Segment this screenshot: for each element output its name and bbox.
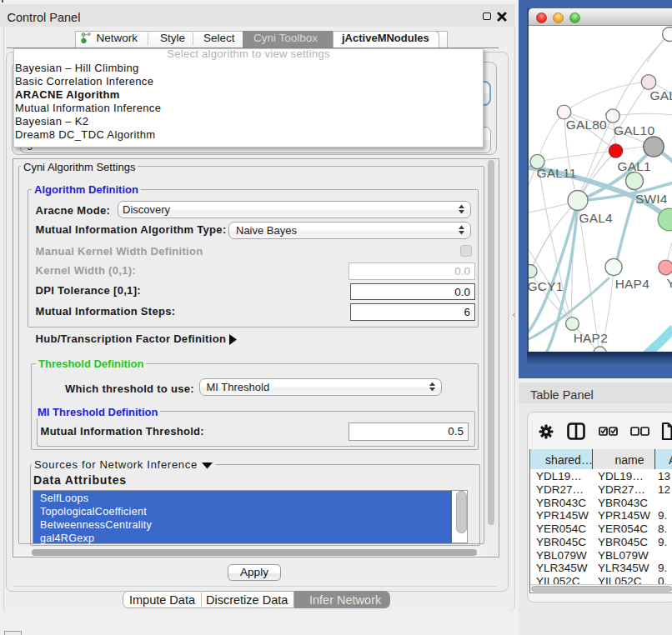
svg-text:GAL80: GAL80: [566, 118, 607, 132]
svg-text:GAL10: GAL10: [614, 123, 654, 138]
svg-text:Y: Y: [667, 276, 672, 290]
svg-text:GAL1: GAL1: [618, 159, 651, 173]
svg-text:GAL7: GAL7: [650, 88, 672, 102]
svg-text:GAL4: GAL4: [579, 211, 614, 225]
svg-text:HAP2: HAP2: [574, 331, 608, 345]
svg-text:HAP4: HAP4: [615, 277, 649, 291]
svg-text:GCY1: GCY1: [529, 279, 564, 293]
svg-text:GAL11: GAL11: [537, 166, 577, 180]
svg-text:SWI4: SWI4: [635, 192, 668, 206]
